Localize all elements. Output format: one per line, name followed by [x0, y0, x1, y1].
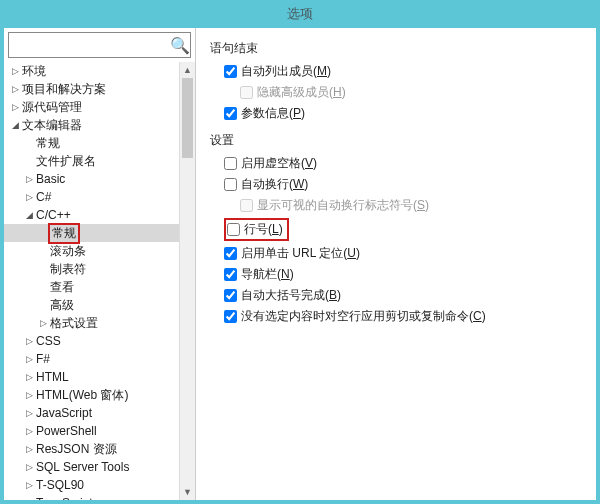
tree-item-label: PowerShell [34, 424, 97, 438]
tree-item[interactable]: ▷PowerShell [4, 422, 179, 440]
content: 🔍 ▷环境▷项目和解决方案▷源代码管理◢文本编辑器常规文件扩展名▷Basic▷C… [4, 28, 596, 500]
caret-icon[interactable]: ▷ [24, 426, 34, 436]
label-word-wrap: 自动换行(W) [241, 176, 308, 193]
caret-icon[interactable]: ▷ [24, 480, 34, 490]
checkbox-navigation-bar[interactable] [224, 268, 237, 281]
caret-icon[interactable]: ◢ [24, 210, 34, 220]
tree-item-label: 滚动条 [48, 243, 86, 260]
tree-item-label: JavaScript [34, 406, 92, 420]
section-statement-completion: 语句结束 [210, 40, 582, 57]
caret-icon[interactable]: ▷ [24, 336, 34, 346]
scroll-up-icon[interactable]: ▲ [183, 62, 192, 78]
checkbox-line-numbers[interactable] [227, 223, 240, 236]
caret-icon[interactable]: ▷ [24, 390, 34, 400]
label-auto-list-members: 自动列出成员(M) [241, 63, 331, 80]
label-auto-brace: 自动大括号完成(B) [241, 287, 341, 304]
label-hide-advanced-members: 隐藏高级成员(H) [257, 84, 346, 101]
label-parameter-info: 参数信息(P) [241, 105, 305, 122]
tree-item-label: 文件扩展名 [34, 153, 96, 170]
caret-icon[interactable]: ▷ [10, 84, 20, 94]
caret-icon[interactable]: ▷ [24, 462, 34, 472]
option-hide-advanced-members: 隐藏高级成员(H) [240, 84, 582, 101]
tree-item-label: ResJSON 资源 [34, 441, 117, 458]
caret-icon[interactable]: ▷ [10, 66, 20, 76]
checkbox-auto-brace[interactable] [224, 289, 237, 302]
option-navigation-bar: 导航栏(N) [224, 266, 582, 283]
tree-item[interactable]: 制表符 [4, 260, 179, 278]
tree-item-label: 环境 [20, 63, 46, 80]
tree-item-label: 高级 [48, 297, 74, 314]
tree-item[interactable]: ▷环境 [4, 62, 179, 80]
tree-item[interactable]: ◢文本编辑器 [4, 116, 179, 134]
caret-icon[interactable]: ◢ [10, 120, 20, 130]
tree-item-label: C/C++ [34, 208, 71, 222]
search-icon[interactable]: 🔍 [170, 36, 190, 55]
search-input[interactable] [9, 38, 170, 52]
checkbox-parameter-info[interactable] [224, 107, 237, 120]
tree-item[interactable]: ▷格式设置 [4, 314, 179, 332]
tree-scrollbar[interactable]: ▲ ▼ [179, 62, 195, 500]
tree-item-label: SQL Server Tools [34, 460, 129, 474]
caret-icon[interactable]: ▷ [24, 354, 34, 364]
tree-item[interactable]: ▷JavaScript [4, 404, 179, 422]
checkbox-apply-cut-copy-blank[interactable] [224, 310, 237, 323]
tree-item[interactable]: ▷F# [4, 350, 179, 368]
tree-item[interactable]: 高级 [4, 296, 179, 314]
tree-item-label: 查看 [48, 279, 74, 296]
tree-item[interactable]: ▷源代码管理 [4, 98, 179, 116]
tree-item[interactable]: ▷项目和解决方案 [4, 80, 179, 98]
tree-item[interactable]: ▷HTML(Web 窗体) [4, 386, 179, 404]
checkbox-hide-advanced-members [240, 86, 253, 99]
option-show-visual-glyphs: 显示可视的自动换行标志符号(S) [240, 197, 582, 214]
option-auto-list-members: 自动列出成员(M) [224, 63, 582, 80]
tree-item-label: 文本编辑器 [20, 117, 82, 134]
caret-icon[interactable]: ▷ [24, 408, 34, 418]
tree-item[interactable]: 滚动条 [4, 242, 179, 260]
scroll-thumb[interactable] [182, 78, 193, 158]
label-navigation-bar: 导航栏(N) [241, 266, 294, 283]
highlight-line-numbers: 行号(L) [224, 218, 289, 241]
checkbox-word-wrap[interactable] [224, 178, 237, 191]
tree-item[interactable]: 查看 [4, 278, 179, 296]
tree-item[interactable]: ▷SQL Server Tools [4, 458, 179, 476]
tree-item[interactable]: 文件扩展名 [4, 152, 179, 170]
tree-item-label: Basic [34, 172, 65, 186]
option-word-wrap: 自动换行(W) [224, 176, 582, 193]
checkbox-show-visual-glyphs [240, 199, 253, 212]
tree-item-label: HTML(Web 窗体) [34, 387, 128, 404]
option-line-numbers: 行号(L) [224, 218, 582, 241]
tree-item-label: C# [34, 190, 51, 204]
tree-item[interactable]: ▷CSS [4, 332, 179, 350]
tree-item[interactable]: ▷HTML [4, 368, 179, 386]
tree-item[interactable]: ▷C# [4, 188, 179, 206]
tree-item-label: HTML [34, 370, 69, 384]
tree-item-label: 项目和解决方案 [20, 81, 106, 98]
tree-item[interactable]: ▷T-SQL90 [4, 476, 179, 494]
checkbox-auto-list-members[interactable] [224, 65, 237, 78]
caret-icon[interactable]: ▷ [24, 372, 34, 382]
caret-icon[interactable]: ▷ [24, 444, 34, 454]
sidebar: 🔍 ▷环境▷项目和解决方案▷源代码管理◢文本编辑器常规文件扩展名▷Basic▷C… [4, 28, 196, 500]
option-apply-cut-copy-blank: 没有选定内容时对空行应用剪切或复制命令(C) [224, 308, 582, 325]
tree-item[interactable]: ▷TypeScript [4, 494, 179, 500]
caret-icon[interactable]: ▷ [24, 498, 34, 500]
caret-icon[interactable]: ▷ [24, 174, 34, 184]
tree-item-label: 格式设置 [48, 315, 98, 332]
options-tree: ▷环境▷项目和解决方案▷源代码管理◢文本编辑器常规文件扩展名▷Basic▷C#◢… [4, 62, 179, 500]
tree-item[interactable]: ▷Basic [4, 170, 179, 188]
caret-icon[interactable]: ▷ [38, 318, 48, 328]
label-show-visual-glyphs: 显示可视的自动换行标志符号(S) [257, 197, 429, 214]
caret-icon[interactable]: ▷ [24, 192, 34, 202]
tree-item-label: F# [34, 352, 50, 366]
label-line-numbers: 行号(L) [244, 221, 283, 238]
scroll-track[interactable] [180, 78, 195, 484]
tree-item[interactable]: ◢C/C++ [4, 206, 179, 224]
scroll-down-icon[interactable]: ▼ [183, 484, 192, 500]
tree-item[interactable]: 常规 [4, 224, 179, 242]
tree-item[interactable]: ▷ResJSON 资源 [4, 440, 179, 458]
tree-item-label: 常规 [48, 223, 80, 244]
caret-icon[interactable]: ▷ [10, 102, 20, 112]
checkbox-single-click-url[interactable] [224, 247, 237, 260]
tree-item[interactable]: 常规 [4, 134, 179, 152]
checkbox-enable-virtual-space[interactable] [224, 157, 237, 170]
